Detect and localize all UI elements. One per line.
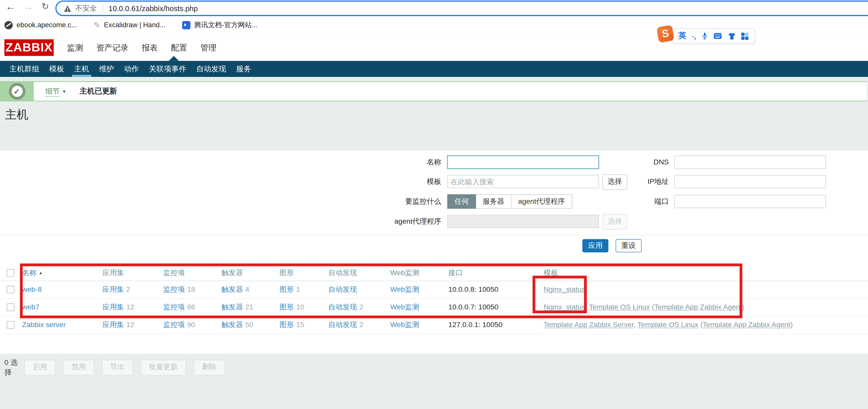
- subnav-services[interactable]: 服务: [231, 61, 256, 77]
- skin-shirt-icon[interactable]: [728, 32, 736, 40]
- applications-link[interactable]: 应用集: [102, 320, 124, 329]
- delete-button[interactable]: 删除: [194, 360, 225, 375]
- discovery-link[interactable]: 自动发现: [328, 285, 357, 293]
- name-filter-input[interactable]: [447, 156, 599, 169]
- security-label[interactable]: 不安全: [75, 3, 97, 13]
- forward-arrow-icon[interactable]: →: [23, 1, 33, 12]
- items-link[interactable]: 监控项: [163, 303, 185, 311]
- address-bar[interactable]: 不安全 10.0.0.61/zabbix/hosts.php: [56, 0, 868, 16]
- interface-value: 10.0.0.8: 10050: [448, 281, 498, 298]
- keyboard-icon[interactable]: [714, 33, 722, 39]
- graphs-link[interactable]: 图形: [280, 320, 294, 329]
- url-text[interactable]: 10.0.0.61/zabbix/hosts.php: [108, 4, 198, 12]
- triggers-link[interactable]: 触发器: [221, 285, 243, 293]
- monitored-by-server[interactable]: 服务器: [476, 194, 512, 209]
- back-arrow-icon[interactable]: ←: [5, 1, 16, 12]
- row-checkbox[interactable]: [6, 286, 14, 293]
- triggers-link[interactable]: 触发器: [221, 320, 243, 329]
- items-link[interactable]: 监控项: [163, 285, 185, 293]
- graphs-link[interactable]: 图形: [280, 285, 294, 293]
- subnav-event-correlation[interactable]: 关联项事件: [144, 61, 191, 77]
- mass-update-button[interactable]: 批量更新: [141, 360, 186, 375]
- monitored-by-any[interactable]: 任何: [447, 194, 476, 209]
- menu-item-monitoring[interactable]: 监测: [67, 42, 83, 53]
- templates-cell: Nginx_status, Template OS Linux (Templat…: [544, 298, 744, 316]
- template-link[interactable]: Template App Zabbix Agent: [703, 320, 790, 329]
- dns-filter-input[interactable]: [674, 156, 826, 169]
- host-link[interactable]: web-8: [22, 285, 42, 293]
- ip-filter-input[interactable]: [674, 175, 826, 188]
- mass-action-bar: 0 选择 启用 禁用 导出 批量更新 删除: [0, 357, 232, 377]
- microphone-icon[interactable]: [701, 32, 708, 40]
- template-link[interactable]: Template App Zabbix Server: [544, 320, 634, 329]
- menu-item-inventory[interactable]: 资产记录: [96, 42, 128, 53]
- subnav-maintenance[interactable]: 维护: [94, 61, 119, 77]
- subnav-host-groups[interactable]: 主机群组: [4, 61, 44, 77]
- subnav-discovery[interactable]: 自动发现: [191, 61, 231, 77]
- bookmark-item[interactable]: ebook.apecome.c...: [4, 21, 77, 29]
- punctuation-icon[interactable]: ·,: [692, 32, 695, 40]
- monitored-by-label: 要监控什么: [375, 195, 441, 208]
- port-filter-input[interactable]: [674, 195, 826, 208]
- count-badge: 10: [296, 303, 304, 311]
- subnav-hosts[interactable]: 主机: [69, 61, 94, 77]
- count-badge: 21: [245, 303, 253, 311]
- host-link[interactable]: Zabbix server: [22, 320, 66, 329]
- template-link[interactable]: Template OS Linux: [589, 303, 650, 311]
- content-card: 名称 DNS 模板 选择 IP地址 要监控什么 任何 服务器 agent代理程序…: [0, 151, 868, 354]
- items-link[interactable]: 监控项: [163, 320, 185, 329]
- template-filter-input[interactable]: [447, 175, 599, 188]
- graphs-link[interactable]: 图形: [280, 303, 294, 311]
- sort-by-name-link[interactable]: 名称: [22, 269, 37, 277]
- template-separator: (: [698, 320, 703, 329]
- menu-item-administration[interactable]: 管理: [200, 42, 217, 53]
- row-checkbox[interactable]: [6, 303, 14, 311]
- menu-item-reports[interactable]: 报表: [142, 42, 158, 53]
- export-button[interactable]: 导出: [102, 360, 133, 375]
- sub-navigation: 主机群组 模板 主机 维护 动作 关联项事件 自动发现 服务: [0, 61, 868, 77]
- proxy-filter-input: [447, 215, 599, 228]
- bookmark-item[interactable]: 腾讯文档-官方网站...: [182, 20, 258, 30]
- chevron-down-icon[interactable]: ▼: [62, 89, 66, 94]
- tencent-docs-favicon-icon: [182, 21, 190, 29]
- count-badge: 18: [187, 285, 195, 293]
- column-header-discovery: 自动发现: [328, 264, 357, 281]
- divider: [0, 126, 868, 126]
- monitored-by-proxy[interactable]: agent代理程序: [512, 194, 572, 209]
- row-checkbox[interactable]: [6, 321, 14, 329]
- bookmark-item[interactable]: ✎ Excalidraw | Hand...: [94, 21, 165, 29]
- reset-button[interactable]: 重设: [616, 239, 642, 252]
- template-link[interactable]: Template App Zabbix Agent: [654, 303, 742, 311]
- select-all-checkbox[interactable]: [6, 269, 14, 277]
- applications-link[interactable]: 应用集: [102, 285, 124, 293]
- table-row: web7应用集12监控项66触发器21图形10自动发现2Web监测10.0.0.…: [0, 298, 868, 316]
- discovery-link[interactable]: 自动发现: [328, 320, 357, 329]
- sogou-logo-icon[interactable]: S: [656, 25, 674, 42]
- applications-link[interactable]: 应用集: [102, 303, 124, 311]
- web-link[interactable]: Web监测: [391, 303, 420, 311]
- host-link[interactable]: web7: [22, 303, 39, 311]
- template-link[interactable]: Nginx_status: [544, 303, 585, 311]
- enable-button[interactable]: 启用: [25, 360, 56, 375]
- subnav-templates[interactable]: 模板: [44, 61, 69, 77]
- disable-button[interactable]: 禁用: [63, 360, 94, 375]
- ime-language-toggle[interactable]: 英: [678, 31, 686, 41]
- web-link[interactable]: Web监测: [391, 320, 420, 329]
- apply-button[interactable]: 应用: [582, 239, 608, 252]
- divider: [102, 4, 103, 12]
- discovery-link[interactable]: 自动发现: [328, 303, 357, 311]
- count-badge: 4: [245, 285, 249, 293]
- web-link[interactable]: Web监测: [391, 285, 420, 293]
- details-toggle[interactable]: 细节: [45, 86, 60, 97]
- template-link[interactable]: Template OS Linux: [638, 320, 698, 329]
- menu-item-configuration[interactable]: 配置: [171, 42, 187, 53]
- monitored-by-segmented-control: 任何 服务器 agent代理程序: [447, 194, 572, 209]
- subnav-actions[interactable]: 动作: [119, 61, 144, 77]
- triggers-link[interactable]: 触发器: [221, 303, 243, 311]
- template-link[interactable]: Nginx_status: [544, 285, 585, 293]
- reload-icon[interactable]: ↻: [41, 1, 49, 11]
- count-badge: 2: [359, 320, 363, 329]
- template-separator: ,: [634, 320, 638, 329]
- toolbox-grid-icon[interactable]: [741, 32, 749, 40]
- zabbix-logo[interactable]: ZABBIX: [4, 39, 54, 56]
